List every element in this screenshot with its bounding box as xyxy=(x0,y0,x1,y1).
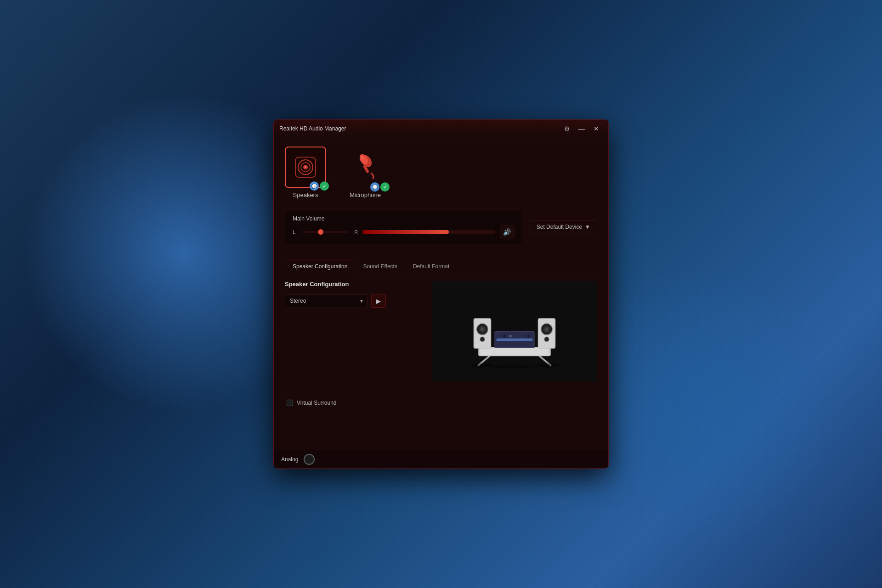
bottom-bar: Analog xyxy=(274,450,608,468)
play-icon: ▶ xyxy=(376,298,381,305)
volume-section: Main Volume L R 🔊 xyxy=(285,209,522,244)
dropdown-arrow-icon: ▼ xyxy=(585,224,590,230)
title-bar: Realtek HD Audio Manager ⚙ — ✕ xyxy=(274,120,608,137)
set-default-device-button[interactable]: Set Default Device ▼ xyxy=(530,220,597,233)
speakers-status-badges: 💬 ✓ xyxy=(310,181,329,191)
balance-l-label: L xyxy=(293,229,295,235)
config-title: Speaker Configuration xyxy=(285,281,424,288)
balance-thumb[interactable] xyxy=(318,229,323,235)
dropdown-row: Stereo Quadraphonic 5.1 Surround 7.1 Sur… xyxy=(285,294,424,308)
svg-rect-16 xyxy=(497,339,533,341)
speakers-icon-container: 💬 ✓ xyxy=(285,147,326,188)
microphone-chat-badge: 💬 xyxy=(370,182,379,192)
devices-row: 💬 ✓ Speakers xyxy=(285,147,597,198)
speakers-check-badge: ✓ xyxy=(320,181,329,191)
svg-point-33 xyxy=(545,328,548,330)
svg-point-36 xyxy=(470,363,495,368)
volume-label: Main Volume xyxy=(293,215,514,222)
svg-point-38 xyxy=(492,365,537,369)
speaker-visualization xyxy=(432,281,597,382)
settings-button[interactable]: ⚙ xyxy=(560,122,573,135)
microphone-device[interactable]: 💬 ✓ Microphone xyxy=(345,147,386,198)
balance-r-label: R xyxy=(354,229,358,235)
microphone-label: Microphone xyxy=(350,192,381,198)
mute-icon: 🔊 xyxy=(503,228,511,236)
tab-content-speaker-config: Speaker Configuration Stereo Quadraphoni… xyxy=(285,281,597,406)
svg-point-35 xyxy=(545,338,548,340)
virtual-surround-checkbox[interactable] xyxy=(287,400,293,406)
speaker-3d-svg xyxy=(450,290,579,373)
play-test-button[interactable]: ▶ xyxy=(371,294,386,308)
balance-track[interactable] xyxy=(302,231,348,233)
content-area: 💬 ✓ Speakers xyxy=(274,137,608,415)
microphone-icon-container: 💬 ✓ xyxy=(345,147,386,188)
mute-button[interactable]: 🔊 xyxy=(500,226,514,238)
svg-point-17 xyxy=(503,334,506,338)
speaker-config-dropdown[interactable]: Stereo Quadraphonic 5.1 Surround 7.1 Sur… xyxy=(285,294,368,307)
speakers-label: Speakers xyxy=(293,192,318,198)
analog-label: Analog xyxy=(281,456,298,463)
svg-rect-13 xyxy=(481,348,549,356)
microphone-check-badge: ✓ xyxy=(380,182,390,192)
svg-point-18 xyxy=(509,335,512,337)
volume-controls: L R 🔊 xyxy=(293,226,514,238)
microphone-status-badges: 💬 ✓ xyxy=(370,182,390,192)
app-window: Realtek HD Audio Manager ⚙ — ✕ xyxy=(273,119,609,469)
svg-point-37 xyxy=(535,363,559,368)
tab-speaker-configuration[interactable]: Speaker Configuration xyxy=(285,259,355,273)
analog-indicator xyxy=(304,454,315,465)
default-device-row: Set Default Device ▼ xyxy=(530,220,597,233)
config-panel: Speaker Configuration Stereo Quadraphoni… xyxy=(285,281,424,406)
svg-point-27 xyxy=(481,338,483,340)
svg-point-4 xyxy=(305,166,306,168)
microphone-svg-icon xyxy=(349,151,381,183)
default-device-label: Set Default Device xyxy=(537,224,582,230)
volume-track[interactable] xyxy=(362,230,495,234)
close-button[interactable]: ✕ xyxy=(590,122,603,135)
dropdown-wrapper: Stereo Quadraphonic 5.1 Surround 7.1 Sur… xyxy=(285,294,368,307)
speakers-device[interactable]: 💬 ✓ Speakers xyxy=(285,147,326,198)
minimize-button[interactable]: — xyxy=(575,122,588,135)
tab-default-format[interactable]: Default Format xyxy=(405,259,457,273)
volume-fill xyxy=(362,230,449,234)
speaker-icon xyxy=(292,153,319,181)
virtual-surround-row: Virtual Surround xyxy=(285,400,424,406)
svg-point-19 xyxy=(527,334,530,338)
window-title: Realtek HD Audio Manager xyxy=(279,125,560,132)
speakers-chat-badge: 💬 xyxy=(310,181,319,191)
title-bar-controls: ⚙ — ✕ xyxy=(560,122,603,135)
tab-sound-effects[interactable]: Sound Effects xyxy=(355,259,405,273)
svg-point-25 xyxy=(481,328,483,330)
tabs-bar: Speaker Configuration Sound Effects Defa… xyxy=(285,259,597,273)
virtual-surround-label: Virtual Surround xyxy=(297,400,337,406)
